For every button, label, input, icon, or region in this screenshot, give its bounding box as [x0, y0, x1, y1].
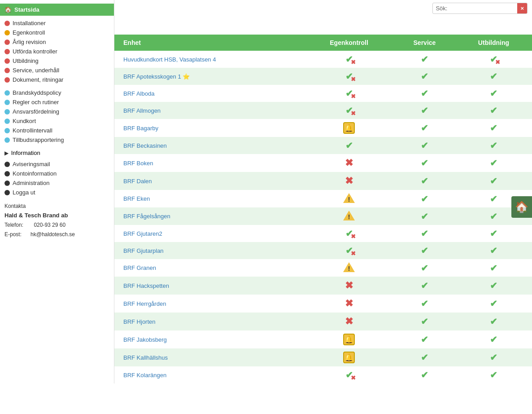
cell-utbildning: ✔: [455, 172, 532, 190]
row-link[interactable]: BRF Apoteksskogen 1 ⭐: [123, 73, 190, 80]
cell-utbildning: ✔: [455, 366, 532, 383]
x-icon: ✖: [345, 157, 353, 169]
cell-egenkontroll: ✔✖: [304, 85, 394, 102]
sidebar-item-utbildning[interactable]: Utbildning: [0, 56, 114, 66]
check-icon: ✔: [490, 298, 497, 309]
check-icon: ✔: [421, 334, 428, 345]
sidebar-item-kundkort[interactable]: Kundkort: [0, 116, 114, 126]
cell-egenkontroll: 🔔: [304, 330, 394, 348]
check-icon: ✔: [490, 280, 497, 291]
check-x-icon: ✔✖: [345, 228, 353, 239]
cell-utbildning: ✔: [455, 295, 532, 313]
row-link[interactable]: BRF Allmogen: [123, 107, 161, 114]
cell-service: ✔: [394, 330, 455, 348]
dot-icon: [4, 119, 10, 124]
row-link[interactable]: BRF Eken: [123, 195, 150, 202]
table-row: BRF Gjutaren2 ✔✖ ✔✔: [114, 225, 532, 242]
col-service: Service: [394, 35, 455, 51]
sidebar-item-label: Service, underhåll: [13, 67, 59, 74]
check-icon: ✔: [421, 71, 428, 82]
row-link[interactable]: BRF Granen: [123, 264, 156, 271]
search-label: Sök:: [433, 3, 450, 13]
cell-name: BRF Jakobsberg: [114, 330, 304, 348]
sidebar-item-label: Kontoinformation: [13, 170, 57, 177]
sidebar-item-dokument,-ritningar[interactable]: Dokument, ritningar: [0, 75, 114, 84]
row-link[interactable]: BRF Kolarängen: [123, 372, 166, 379]
row-link[interactable]: BRF Alboda: [123, 90, 154, 97]
sidebar-item-regler-och-rutiner[interactable]: Regler och rutiner: [0, 97, 114, 107]
search-input[interactable]: [450, 3, 517, 13]
sidebar-item-ansvarsfördelning[interactable]: Ansvarsfördelning: [0, 107, 114, 116]
sidebar-info[interactable]: ▶ Information: [0, 148, 114, 158]
check-icon: ✔: [490, 316, 497, 327]
bell-icon: 🔔: [343, 122, 355, 134]
cell-name: BRF Allmogen: [114, 102, 304, 119]
sidebar-home[interactable]: 🏠 Startsida: [0, 4, 114, 16]
table-row: BRF Kallhällshus🔔✔✔: [114, 348, 532, 366]
row-link[interactable]: BRF Gjutaren2: [123, 230, 162, 237]
sidebar-item-kontoinformation[interactable]: Kontoinformation: [0, 169, 114, 178]
sidebar-item-brandskyddspolicy[interactable]: Brandskyddspolicy: [0, 88, 114, 97]
dot-icon: [4, 58, 10, 64]
table-row: BRF Dalen✖✔✔: [114, 172, 532, 190]
row-link[interactable]: BRF Gjutarplan: [123, 247, 164, 254]
dot-icon: [4, 40, 10, 45]
cell-service: ✔: [394, 295, 455, 313]
sidebar-item-egenkontroll[interactable]: Egenkontroll: [0, 28, 114, 37]
sidebar-item-kontrollintervall[interactable]: Kontrollintervall: [0, 126, 114, 135]
row-link[interactable]: BRF Dalen: [123, 178, 152, 185]
sidebar-item-årlig-revision[interactable]: Årlig revision: [0, 37, 114, 47]
sidebar-item-tillbudsrapportering[interactable]: Tillbudsrapportering: [0, 135, 114, 145]
sidebar-item-utförda-kontroller[interactable]: Utförda kontroller: [0, 47, 114, 56]
search-clear-button[interactable]: ×: [517, 3, 527, 13]
cell-service: ✔: [394, 102, 455, 119]
dot-icon: [4, 90, 10, 96]
check-icon: ✔: [421, 245, 428, 256]
table-row: BRF Granen ! ✔✔: [114, 259, 532, 277]
dot-icon: [4, 100, 10, 105]
check-x-icon: ✔✖: [345, 370, 353, 380]
sidebar-item-installationer[interactable]: Installationer: [0, 18, 114, 28]
check-icon: ✔: [421, 280, 428, 291]
cell-egenkontroll: ✖: [304, 295, 394, 313]
cell-egenkontroll: 🔔: [304, 119, 394, 137]
row-link[interactable]: BRF Bagarby: [123, 125, 158, 132]
row-link[interactable]: BRF Fågelsången: [123, 213, 170, 220]
table-header-row: Enhet Egenkontroll Service Utbildning: [114, 35, 532, 51]
cell-name: BRF Alboda: [114, 85, 304, 102]
bell-icon: 🔔: [343, 334, 355, 345]
row-link[interactable]: Huvudkundkort HSB, Vasaplatsen 4: [123, 56, 216, 63]
sidebar-item-administration[interactable]: Administration: [0, 178, 114, 188]
row-link[interactable]: BRF Boken: [123, 160, 153, 167]
row-link[interactable]: BRF Jakobsberg: [123, 336, 167, 343]
cell-name: BRF Kallhällshus: [114, 348, 304, 366]
row-link[interactable]: BRF Beckasinen: [123, 142, 167, 149]
cell-name: BRF Hackspetten: [114, 277, 304, 295]
table-row: BRF Allmogen ✔✖ ✔✔: [114, 102, 532, 119]
sidebar-item-aviseringsmail[interactable]: Aviseringsmail: [0, 159, 114, 169]
check-icon: ✔: [345, 140, 353, 151]
table-header: Enhet Egenkontroll Service Utbildning: [114, 35, 532, 51]
sidebar-item-logga-ut[interactable]: Logga ut: [0, 188, 114, 197]
cell-name: BRF Eken: [114, 190, 304, 207]
row-link[interactable]: BRF Herrgården: [123, 300, 166, 307]
dot-icon: [4, 162, 10, 167]
cell-egenkontroll: ✔✖: [304, 51, 394, 68]
sidebar-section-black: AviseringsmailKontoinformationAdministra…: [0, 159, 114, 197]
row-link[interactable]: BRF Hjorten: [123, 318, 156, 325]
sidebar-info-label: Information: [11, 150, 40, 156]
row-link[interactable]: BRF Hackspetten: [123, 282, 169, 289]
dot-icon: [4, 49, 10, 54]
x-icon: ✖: [345, 280, 353, 291]
check-icon: ✔: [490, 228, 497, 239]
float-action-icon[interactable]: 🏠: [511, 196, 532, 218]
cell-service: ✔: [394, 154, 455, 172]
table-row: BRF Eken ! ✔✔: [114, 190, 532, 207]
cell-utbildning: ✔✖: [455, 51, 532, 68]
cell-service: ✔: [394, 172, 455, 190]
row-link[interactable]: BRF Kallhällshus: [123, 354, 168, 361]
cell-service: ✔: [394, 207, 455, 225]
sidebar-item-service,-underhåll[interactable]: Service, underhåll: [0, 66, 114, 75]
table-row: BRF Herrgården✖✔✔: [114, 295, 532, 313]
check-icon: ✔: [421, 211, 428, 222]
